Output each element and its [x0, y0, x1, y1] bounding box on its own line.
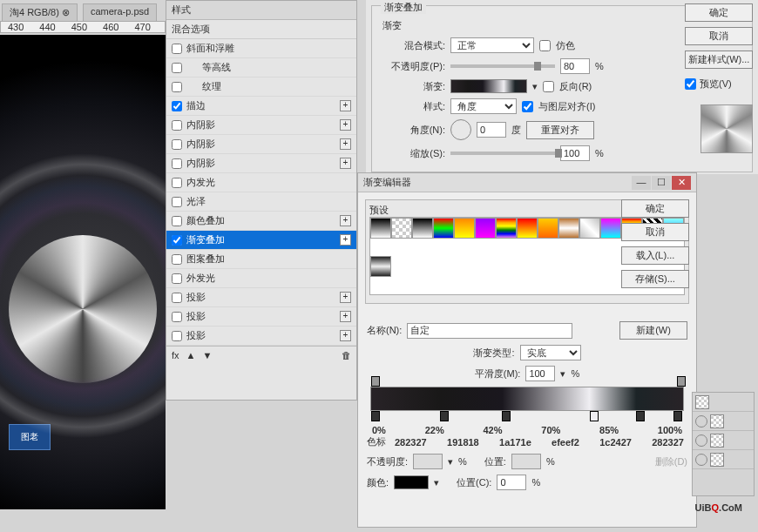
minimize-icon[interactable]: — — [632, 176, 651, 190]
reverse-checkbox[interactable] — [543, 81, 554, 92]
style-item-7[interactable]: 内发光 — [166, 173, 356, 192]
presets-label: 预设 — [369, 204, 389, 217]
ge-cancel-button[interactable]: 取消 — [621, 223, 689, 241]
stop-percent-annotation: 0%22%42%70%85%100% — [367, 425, 687, 435]
style-checkbox[interactable] — [172, 312, 182, 322]
style-label: 投影 — [186, 329, 206, 342]
style-item-8[interactable]: 光泽 — [166, 192, 356, 212]
style-checkbox[interactable] — [172, 331, 182, 341]
style-label: 光泽 — [186, 195, 206, 208]
gradient-bar[interactable] — [370, 387, 684, 411]
plus-icon[interactable]: + — [340, 215, 351, 226]
style-select[interactable]: 角度 — [450, 98, 517, 114]
style-item-11[interactable]: 图案叠加 — [166, 250, 356, 269]
angle-value[interactable] — [477, 122, 506, 138]
name-input[interactable] — [407, 323, 572, 339]
style-item-9[interactable]: 颜色叠加+ — [166, 212, 356, 231]
style-checkbox[interactable] — [172, 216, 182, 226]
type-select[interactable]: 实底 — [520, 345, 581, 360]
style-item-1[interactable]: 等高线 — [166, 58, 356, 77]
style-checkbox[interactable] — [172, 120, 182, 131]
arrow-up-icon[interactable]: ▲ — [186, 350, 196, 360]
tab-1[interactable]: 淘4 RGB/8) ⊗ — [2, 3, 78, 21]
ge-save-button[interactable]: 存储(S)... — [621, 270, 689, 288]
ok-button[interactable]: 确定 — [685, 3, 753, 22]
style-item-10[interactable]: 渐变叠加+ — [166, 231, 356, 250]
style-checkbox[interactable] — [172, 44, 182, 54]
arrow-down-icon[interactable]: ▼ — [202, 350, 212, 360]
maximize-icon[interactable]: ☐ — [652, 176, 671, 190]
style-checkbox[interactable] — [172, 178, 182, 188]
eye-icon[interactable] — [695, 434, 707, 447]
style-label: 内阴影 — [186, 118, 215, 131]
style-checkbox[interactable] — [172, 82, 182, 92]
uibq-watermark: UiBQ.CoM — [695, 494, 742, 516]
style-item-12[interactable]: 外发光 — [166, 269, 356, 288]
ge-ok-button[interactable]: 确定 — [621, 199, 689, 218]
dither-checkbox[interactable] — [539, 40, 551, 51]
opacity-slider[interactable] — [450, 64, 555, 68]
blend-mode-select[interactable]: 正常 — [450, 37, 534, 53]
plus-icon[interactable]: + — [340, 234, 351, 246]
dropdown-icon[interactable]: ▾ — [532, 81, 538, 92]
scale-slider[interactable] — [450, 152, 555, 155]
layer-thumb[interactable] — [695, 395, 709, 409]
ge-new-button[interactable]: 新建(W) — [619, 321, 687, 340]
angle-dial-icon[interactable] — [450, 119, 471, 140]
gradient-preview[interactable] — [450, 79, 527, 93]
tab-2[interactable]: camera-p.psd — [83, 3, 157, 21]
ge-load-button[interactable]: 载入(L)... — [621, 246, 689, 265]
style-item-0[interactable]: 斜面和浮雕 — [166, 39, 356, 58]
style-item-2[interactable]: 纹理 — [166, 77, 356, 97]
stop-loc-value — [511, 454, 541, 469]
scale-value[interactable] — [560, 145, 590, 161]
style-label: 样式: — [377, 100, 445, 113]
reset-align-button[interactable]: 重置对齐 — [526, 121, 594, 139]
style-checkbox[interactable] — [172, 158, 182, 169]
color-swatch[interactable] — [394, 475, 429, 489]
style-checkbox[interactable] — [172, 197, 182, 207]
style-checkbox[interactable] — [172, 273, 182, 284]
plus-icon[interactable]: + — [340, 158, 351, 169]
eye-icon[interactable] — [695, 454, 707, 466]
style-label: 描边 — [186, 99, 206, 112]
cancel-button[interactable]: 取消 — [685, 27, 753, 45]
style-checkbox[interactable] — [172, 254, 182, 265]
gradient-overlay-options: 渐变叠加 渐变 混合模式: 正常 仿色 不透明度(P): % 渐变: ▾ 反向(… — [366, 0, 758, 174]
plus-icon[interactable]: + — [340, 138, 351, 150]
style-checkbox[interactable] — [172, 139, 182, 150]
style-checkbox[interactable] — [172, 235, 182, 246]
style-label: 渐变叠加 — [186, 233, 225, 246]
opacity-value[interactable] — [560, 58, 590, 74]
style-item-13[interactable]: 投影+ — [166, 288, 356, 307]
style-item-5[interactable]: 内阴影+ — [166, 135, 356, 154]
style-checkbox[interactable] — [172, 293, 182, 303]
plus-icon[interactable]: + — [340, 119, 351, 131]
gradient-editor-window: 渐变编辑器 — ☐ ✕ 预设 确定 取消 载入(L)... 存储(S)... 名… — [357, 172, 697, 528]
style-label: 投影 — [186, 310, 206, 323]
loc2-value[interactable] — [497, 475, 526, 490]
smooth-dropdown-icon[interactable]: ▾ — [560, 368, 565, 380]
smooth-value[interactable] — [525, 366, 555, 381]
style-item-15[interactable]: 投影+ — [166, 327, 356, 346]
blend-options[interactable]: 混合选项 — [166, 20, 356, 39]
style-label: 内阴影 — [186, 138, 215, 151]
eye-icon[interactable] — [695, 415, 707, 428]
plus-icon[interactable]: + — [340, 292, 351, 303]
trash-icon[interactable]: 🗑 — [342, 350, 351, 360]
style-checkbox[interactable] — [172, 101, 182, 111]
plus-icon[interactable]: + — [340, 100, 351, 111]
stops-label: 色标 — [367, 435, 386, 448]
plus-icon[interactable]: + — [340, 311, 351, 322]
plus-icon[interactable]: + — [340, 330, 351, 341]
close-icon[interactable]: ✕ — [672, 176, 691, 190]
style-item-4[interactable]: 内阴影+ — [166, 116, 356, 135]
style-checkbox[interactable] — [172, 63, 182, 73]
style-item-14[interactable]: 投影+ — [166, 307, 356, 327]
align-checkbox[interactable] — [522, 101, 533, 112]
style-item-6[interactable]: 内阴影+ — [166, 154, 356, 173]
preview-checkbox[interactable] — [685, 78, 696, 90]
fx-label: fx — [172, 350, 179, 360]
style-item-3[interactable]: 描边+ — [166, 97, 356, 116]
new-style-button[interactable]: 新建样式(W)... — [685, 51, 753, 69]
